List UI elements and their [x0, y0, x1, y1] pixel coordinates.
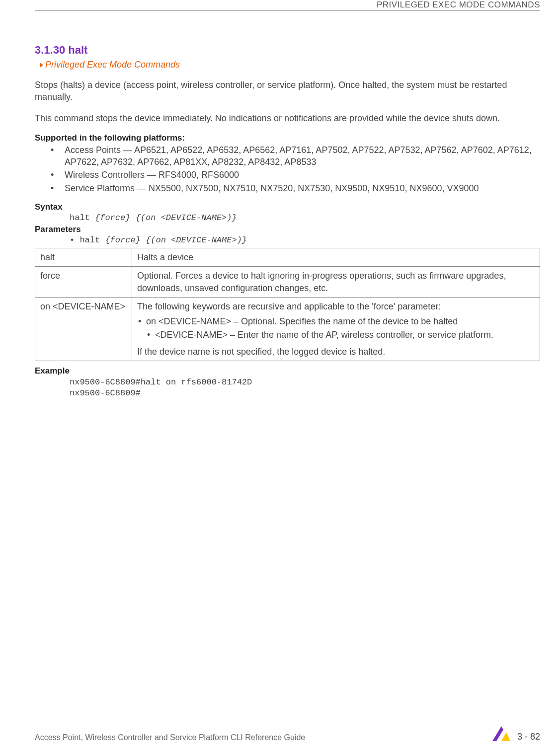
param-sub-bullet: <DEVICE-NAME> – Enter the name of the AP… [137, 329, 535, 341]
page-number: 3 - 82 [517, 732, 540, 742]
param-name-cell: halt [35, 248, 132, 267]
param-desc-tail: If the device name is not specified, the… [137, 346, 535, 358]
parameters-heading: Parameters [35, 225, 540, 234]
param-name-cell: force [35, 267, 132, 298]
param-bullet: on <DEVICE-NAME> – Optional. Specifies t… [137, 315, 535, 327]
param-desc-cell: The following keywords are recursive and… [132, 297, 540, 361]
brand-logo-icon [491, 722, 511, 742]
triangle-right-icon [40, 63, 43, 68]
table-row: force Optional. Forces a device to halt … [35, 267, 540, 298]
param-desc-cell: Halts a device [132, 248, 540, 267]
syntax-code: halt {force} {(on <DEVICE-NAME>)} [70, 213, 540, 223]
parameters-code: • halt {force} {(on <DEVICE-NAME>)} [70, 235, 540, 245]
example-code: nx9500-6C8809#halt on rfs6000-81742D nx9… [70, 377, 540, 399]
supported-item: Service Platforms — NX5500, NX7500, NX75… [35, 182, 540, 194]
table-row: on <DEVICE-NAME> The following keywords … [35, 297, 540, 361]
footer-right: 3 - 82 [491, 722, 540, 742]
syntax-heading: Syntax [35, 202, 540, 212]
table-row: halt Halts a device [35, 248, 540, 267]
syntax-args: {force} {(on <DEVICE-NAME>)} [95, 213, 237, 223]
breadcrumb-link[interactable]: Privileged Exec Mode Commands [40, 60, 540, 70]
header-title: PRIVILEGED EXEC MODE COMMANDS [373, 0, 540, 10]
paragraph-1: Stops (halts) a device (access point, wi… [35, 79, 540, 103]
section-title: 3.1.30 halt [35, 44, 540, 57]
footer: Access Point, Wireless Controller and Se… [35, 722, 540, 742]
supported-item: Wireless Controllers — RFS4000, RFS6000 [35, 169, 540, 181]
main-content: 3.1.30 halt Privileged Exec Mode Command… [35, 44, 540, 399]
parameters-table: halt Halts a device force Optional. Forc… [35, 248, 540, 361]
example-heading: Example [35, 366, 540, 376]
supported-list: Access Points — AP6521, AP6522, AP6532, … [35, 144, 540, 194]
paragraph-2: This command stops the device immediatel… [35, 112, 540, 124]
param-desc-main: The following keywords are recursive and… [137, 301, 535, 312]
footer-text: Access Point, Wireless Controller and Se… [35, 733, 305, 742]
syntax-cmd: halt [70, 213, 95, 223]
supported-item: Access Points — AP6521, AP6522, AP6532, … [35, 144, 540, 168]
param-args: {force} {(on <DEVICE-NAME>)} [105, 235, 247, 245]
breadcrumb-text: Privileged Exec Mode Commands [45, 60, 180, 70]
param-cmd: • halt [70, 235, 105, 245]
param-desc-cell: Optional. Forces a device to halt ignori… [132, 267, 540, 298]
supported-heading: Supported in the following platforms: [35, 133, 540, 143]
param-name-cell: on <DEVICE-NAME> [35, 297, 132, 361]
header-rule [35, 10, 540, 10]
